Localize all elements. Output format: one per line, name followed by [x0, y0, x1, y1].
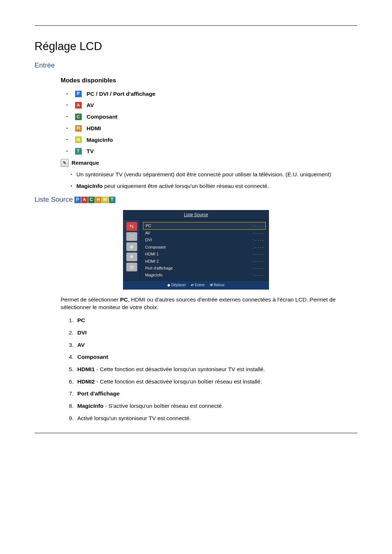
- list-item: DVI: [75, 329, 358, 337]
- osd-row-name: HDMI 1: [145, 251, 250, 257]
- osd-side-icon: ⇆: [126, 222, 137, 231]
- note-list: Un syntoniseur TV (vendu séparément) doi…: [71, 171, 358, 190]
- osd-row-val: - - - -: [253, 259, 264, 264]
- list-rest: - S'active lorsqu'un boîtier réseau est …: [103, 403, 223, 409]
- osd-row-val: - - - -: [253, 237, 264, 243]
- mode-label: TV: [87, 147, 94, 155]
- mode-item: P PC / DVI / Port d'affichage: [66, 90, 358, 98]
- osd-list: PC- - - - AV- - - - DVI- - - - Composant…: [140, 220, 269, 281]
- list-lead: MagicInfo: [77, 403, 103, 409]
- list-item: Composant: [75, 353, 358, 361]
- osd-row-name: MagicInfo: [145, 272, 250, 278]
- osd-row-name: Port d'affichage: [145, 266, 250, 271]
- list-lead: HDMI2: [77, 378, 95, 385]
- osd-title: Liste Source: [123, 210, 269, 220]
- mode-item: H HDMI: [66, 124, 358, 132]
- osd-row: Composant- - - -: [143, 244, 266, 251]
- mode-item: A AV: [66, 101, 358, 109]
- h-icon: H: [75, 125, 82, 132]
- mode-label: AV: [87, 101, 94, 109]
- t-icon: T: [75, 148, 82, 155]
- note-item: MagicInfo peut uniquement être activé lo…: [71, 182, 358, 190]
- osd-row: HDMI 1- - - -: [143, 251, 266, 258]
- t-icon: T: [109, 197, 115, 203]
- osd-row: Port d'affichage- - - -: [143, 265, 266, 272]
- list-rest: - Cette fonction est désactivée lorsqu'u…: [95, 378, 262, 385]
- body-p-pre: Permet de sélectionner: [61, 296, 120, 303]
- m-icon: M: [102, 197, 109, 203]
- m-icon: M: [75, 136, 82, 143]
- osd-row-name: PC: [146, 223, 249, 229]
- osd-row-name: HDMI 2: [145, 259, 250, 264]
- mode-label: HDMI: [87, 124, 101, 132]
- list-lead: DVI: [77, 329, 87, 336]
- osd-row-val: - - - -: [253, 230, 264, 236]
- osd-side-icon: ✺: [126, 253, 137, 261]
- osd-footer-move: ◆ Déplacer: [167, 283, 186, 288]
- remark-label: Remarque: [72, 159, 99, 167]
- list-item: HDMI1 - Cette fonction est désactivée lo…: [75, 365, 358, 373]
- osd-row: PC- - - -: [143, 222, 266, 230]
- mode-item: C Composant: [66, 113, 358, 121]
- entree-heading: Entrée: [34, 61, 358, 70]
- osd-row-val: - - - -: [253, 251, 264, 257]
- modes-heading: Modes disponibles: [61, 76, 358, 85]
- list-item: Activé lorsqu'un syntoniseur TV est conn…: [75, 414, 358, 422]
- mode-item: M MagicInfo: [66, 136, 358, 144]
- body-paragraph: Permet de sélectionner PC, HDMI ou d'aut…: [61, 296, 358, 311]
- mode-item: T TV: [66, 147, 358, 155]
- list-item: MagicInfo - S'active lorsqu'un boîtier r…: [75, 402, 358, 410]
- body-p-bold: PC: [120, 296, 128, 303]
- list-lead: AV: [77, 342, 85, 348]
- liste-source-heading: Liste Source P A C H M T: [34, 195, 358, 205]
- tag-row: P A C H M T: [74, 197, 115, 203]
- osd-row: AV- - - -: [143, 230, 266, 237]
- h-icon: H: [95, 197, 102, 203]
- liste-source-label: Liste Source: [34, 195, 73, 205]
- osd-row-val: - - - -: [253, 266, 264, 271]
- osd-row-name: DVI: [145, 237, 250, 243]
- osd-side-icon: ◉: [126, 242, 137, 251]
- a-icon: A: [75, 102, 82, 108]
- p-icon: P: [75, 91, 82, 97]
- c-icon: C: [75, 114, 82, 120]
- list-item: HDMI2 - Cette fonction est désactivée lo…: [75, 378, 358, 386]
- list-item: PC: [75, 316, 358, 324]
- list-rest: - Cette fonction est désactivée lorsqu'u…: [95, 366, 265, 372]
- mode-label: MagicInfo: [87, 136, 113, 144]
- list-lead: Composant: [77, 354, 108, 360]
- c-icon: C: [88, 197, 95, 203]
- osd-footer-enter: ↵ Entrer: [191, 283, 205, 288]
- osd-row-val: - - - -: [252, 223, 263, 229]
- note-rest: peut uniquement être activé lorsqu'un bo…: [103, 183, 269, 189]
- osd-sidebar: ⇆ ▢ ◉ ✺ ▥: [123, 220, 140, 281]
- list-rest: Activé lorsqu'un syntoniseur TV est conn…: [77, 415, 191, 421]
- osd-footer-return: ↺ Retour: [210, 283, 225, 288]
- osd-row-val: - - - -: [253, 272, 264, 278]
- p-icon: P: [74, 197, 81, 203]
- osd-footer: ◆ Déplacer ↵ Entrer ↺ Retour: [123, 281, 269, 289]
- mode-label: Composant: [87, 113, 118, 121]
- list-lead: Port d'affichage: [77, 390, 120, 397]
- top-rule: [34, 25, 358, 26]
- osd-row: MagicInfo- - - -: [143, 272, 266, 279]
- note-item: Un syntoniseur TV (vendu séparément) doi…: [71, 171, 358, 178]
- note-bold: MagicInfo: [77, 183, 103, 189]
- note-text: Un syntoniseur TV (vendu séparément) doi…: [77, 171, 331, 178]
- osd-side-icon: ▢: [126, 232, 137, 241]
- osd-screenshot: Liste Source ⇆ ▢ ◉ ✺ ▥ PC- - - - AV- - -…: [34, 210, 358, 289]
- list-lead: HDMI1: [77, 366, 95, 372]
- list-lead: PC: [77, 317, 85, 323]
- source-ordered-list: PC DVI AV Composant HDMI1 - Cette foncti…: [75, 316, 358, 422]
- page-title: Réglage LCD: [34, 38, 358, 54]
- modes-list: P PC / DVI / Port d'affichage A AV C Com…: [66, 90, 358, 155]
- note-icon: ✎: [61, 159, 69, 167]
- osd-row-name: Composant: [145, 245, 250, 250]
- note-text: MagicInfo peut uniquement être activé lo…: [77, 182, 269, 190]
- osd-row-val: - - - -: [253, 245, 264, 250]
- mode-label: PC / DVI / Port d'affichage: [87, 90, 156, 98]
- osd-body: ⇆ ▢ ◉ ✺ ▥ PC- - - - AV- - - - DVI- - - -…: [123, 220, 269, 281]
- list-item: AV: [75, 341, 358, 349]
- remark-row: ✎ Remarque: [61, 159, 358, 167]
- osd-row: DVI- - - -: [143, 237, 266, 243]
